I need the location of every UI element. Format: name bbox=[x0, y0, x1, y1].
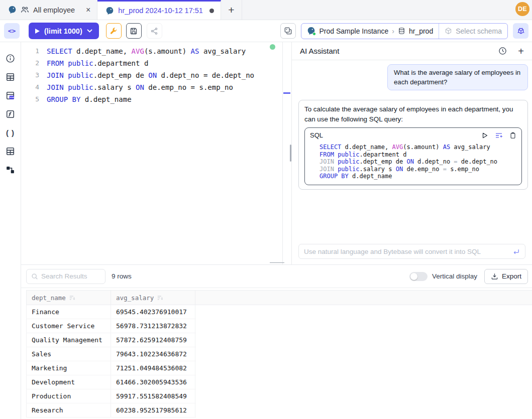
unsaved-indicator bbox=[209, 9, 214, 13]
code-line: FROM public.department d bbox=[312, 151, 516, 159]
table-cell: 60238.952517985612 bbox=[111, 403, 195, 417]
table-icon[interactable] bbox=[4, 71, 17, 83]
table-cell: 69545.402376910017 bbox=[111, 305, 195, 319]
sort-icon[interactable] bbox=[69, 295, 75, 301]
download-icon bbox=[491, 272, 498, 280]
table-row[interactable]: Customer Service56978.731213872832 bbox=[26, 319, 196, 333]
table-row[interactable]: Research60238.952517985612 bbox=[26, 403, 196, 417]
function-icon[interactable] bbox=[4, 108, 17, 120]
code-line: SELECT d.dept_name, AVG(s.amount) AS avg… bbox=[312, 144, 516, 151]
return-icon[interactable] bbox=[512, 248, 520, 255]
instance-name: Prod Sample Instance bbox=[319, 27, 388, 35]
batch-query-icon bbox=[284, 27, 292, 35]
table-header-row: dept_name avg_salary bbox=[26, 290, 532, 305]
tab-label: hr_prod 2024-10-12 17:51 bbox=[118, 7, 203, 15]
tab-all-employee[interactable]: All employee × bbox=[0, 0, 97, 20]
table-row[interactable]: Marketing71251.049484536082 bbox=[26, 361, 196, 375]
assistant-message: To calculate the average salary of emplo… bbox=[298, 100, 528, 190]
table-row[interactable]: Finance69545.402376910017 bbox=[26, 305, 196, 319]
parentheses-icon[interactable]: ( ) bbox=[4, 126, 17, 138]
ai-prompt-input[interactable] bbox=[304, 248, 512, 255]
code-line-content: JOIN public.dept_emp de ON d.dept_no = d… bbox=[39, 69, 254, 81]
table-row[interactable]: Sales79643.102234636872 bbox=[26, 347, 196, 361]
schema-cube-icon bbox=[445, 27, 452, 35]
run-button-label: (limit 1000) bbox=[44, 27, 82, 35]
play-icon bbox=[35, 29, 40, 34]
column-header-avg-salary[interactable]: avg_salary bbox=[111, 291, 195, 305]
table-header-filler bbox=[195, 291, 532, 305]
schema-diagram-icon[interactable] bbox=[4, 164, 17, 176]
table-row[interactable]: Quality Management57872.625912408759 bbox=[26, 333, 196, 347]
ai-assistant-button[interactable] bbox=[513, 23, 528, 39]
table-row[interactable]: Development61466.302005943536 bbox=[26, 375, 196, 389]
instance-database-selector[interactable]: Prod Sample Instance › hr_prod bbox=[301, 24, 439, 39]
code-line: 5GROUP BY d.dept_name bbox=[21, 93, 282, 105]
code-line: 2FROM public.department d bbox=[21, 57, 282, 69]
sort-icon[interactable] bbox=[157, 295, 163, 301]
info-icon[interactable] bbox=[4, 52, 17, 64]
vertical-display-toggle[interactable] bbox=[409, 272, 428, 281]
vertical-divider-handle[interactable] bbox=[290, 145, 291, 162]
code-line-content: SELECT d.dept_name, AVG(s.amount) AS avg… bbox=[39, 45, 246, 57]
table-cell: Research bbox=[27, 403, 111, 417]
new-chat-icon[interactable]: + bbox=[518, 46, 524, 56]
new-tab-button[interactable]: + bbox=[221, 0, 242, 20]
run-play-outline-icon[interactable] bbox=[481, 132, 488, 139]
save-button[interactable] bbox=[126, 23, 142, 39]
table-row[interactable]: Production59917.551582408549 bbox=[26, 389, 196, 403]
database-icon bbox=[398, 27, 405, 35]
sql-code: 1SELECT d.dept_name, AVG(s.amount) AS av… bbox=[21, 45, 282, 105]
table-cell: 71251.049484536082 bbox=[111, 361, 195, 375]
editor-status-dot bbox=[270, 44, 275, 50]
line-number: 4 bbox=[21, 81, 39, 93]
toolbar: <> (limit 1000) P bbox=[0, 20, 532, 42]
code-line: 4JOIN public.salary s ON de.emp_no = s.e… bbox=[21, 81, 282, 93]
column-header-dept-name[interactable]: dept_name bbox=[27, 291, 111, 305]
sql-editor[interactable]: 1SELECT d.dept_name, AVG(s.amount) AS av… bbox=[21, 42, 283, 264]
code-language-label: SQL bbox=[310, 130, 323, 141]
close-icon[interactable]: × bbox=[86, 6, 90, 14]
table-cell: 56978.731213872832 bbox=[111, 319, 195, 333]
table-icon-2[interactable] bbox=[4, 145, 17, 157]
format-button[interactable] bbox=[106, 23, 122, 39]
external-table-icon[interactable] bbox=[4, 89, 17, 101]
insert-icon[interactable] bbox=[495, 131, 503, 139]
group-icon bbox=[21, 6, 29, 14]
batch-query-button[interactable] bbox=[280, 23, 296, 39]
postgres-icon bbox=[8, 6, 17, 14]
schema-selector[interactable]: Select schema bbox=[439, 24, 507, 39]
code-line-content: JOIN public.salary s ON de.emp_no = s.em… bbox=[312, 166, 479, 173]
ai-panel-header: AI Assistant + bbox=[292, 42, 532, 60]
table-body: Finance69545.402376910017Customer Servic… bbox=[26, 305, 532, 417]
assistant-sql-code: SELECT d.dept_name, AVG(s.amount) AS avg… bbox=[305, 142, 521, 185]
code-line: JOIN public.dept_emp de ON d.dept_no = d… bbox=[312, 158, 516, 166]
toolbar-right: Prod Sample Instance › hr_prod Select sc… bbox=[280, 23, 528, 39]
code-line-content: FROM public.department d bbox=[39, 57, 148, 69]
code-icon[interactable]: <> bbox=[4, 23, 20, 39]
toggle-knob bbox=[410, 273, 417, 280]
tab-hr-prod[interactable]: hr_prod 2024-10-12 17:51 bbox=[97, 0, 221, 20]
ai-panel-title: AI Assistant bbox=[300, 47, 339, 55]
run-query-button[interactable]: (limit 1000) bbox=[29, 23, 99, 39]
export-button[interactable]: Export bbox=[484, 269, 528, 284]
postgres-icon bbox=[105, 7, 114, 15]
export-label: Export bbox=[502, 272, 521, 280]
search-input[interactable] bbox=[41, 272, 100, 280]
left-sidebar: ( ) bbox=[0, 42, 21, 419]
bytebase-sql-editor: All employee × hr_prod 2024-10-12 17:51 … bbox=[0, 0, 532, 419]
ai-assistant-panel: AI Assistant + What is the average salar… bbox=[292, 42, 532, 264]
tab-bar: All employee × hr_prod 2024-10-12 17:51 … bbox=[0, 0, 532, 20]
table-cell: 57872.625912408759 bbox=[111, 333, 195, 347]
history-clock-icon[interactable] bbox=[498, 47, 507, 55]
sql-code-card: SQL SELECT d bbox=[304, 127, 522, 185]
line-number: 3 bbox=[21, 69, 39, 81]
line-number: 2 bbox=[21, 57, 39, 69]
code-line-content: GROUP BY d.dept_name bbox=[312, 173, 392, 180]
copy-clipboard-icon[interactable] bbox=[509, 132, 516, 139]
tab-label: All employee bbox=[33, 6, 75, 14]
avatar[interactable]: DE bbox=[515, 2, 529, 16]
ai-input-wrapper bbox=[298, 244, 525, 259]
scrollbar-marker bbox=[283, 92, 290, 94]
code-line-content: SELECT d.dept_name, AVG(s.amount) AS avg… bbox=[312, 144, 490, 151]
share-button[interactable] bbox=[147, 23, 162, 39]
